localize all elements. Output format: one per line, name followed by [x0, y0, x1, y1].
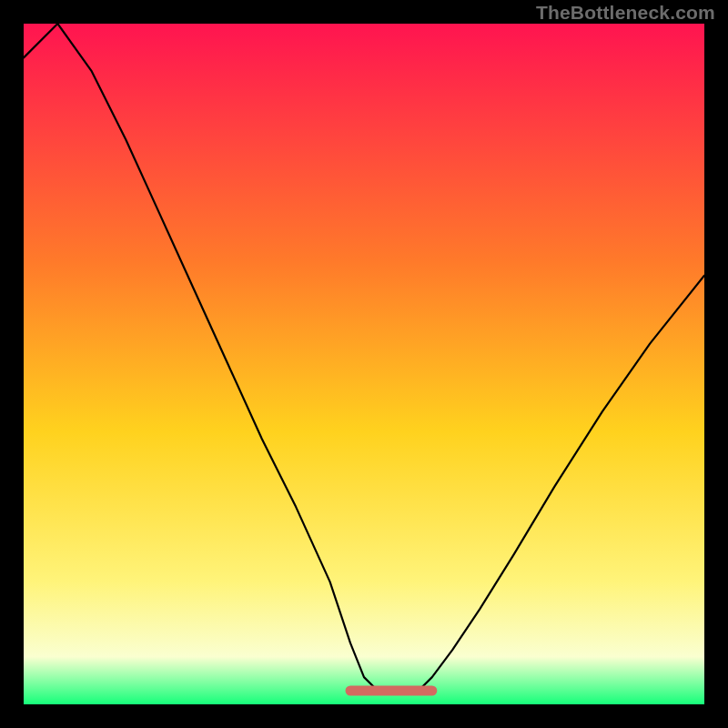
chart-svg	[24, 24, 704, 704]
gradient-background	[24, 24, 704, 704]
watermark-text: TheBottleneck.com	[536, 2, 715, 24]
chart-stage: TheBottleneck.com	[0, 0, 728, 728]
plot-area	[24, 24, 704, 704]
